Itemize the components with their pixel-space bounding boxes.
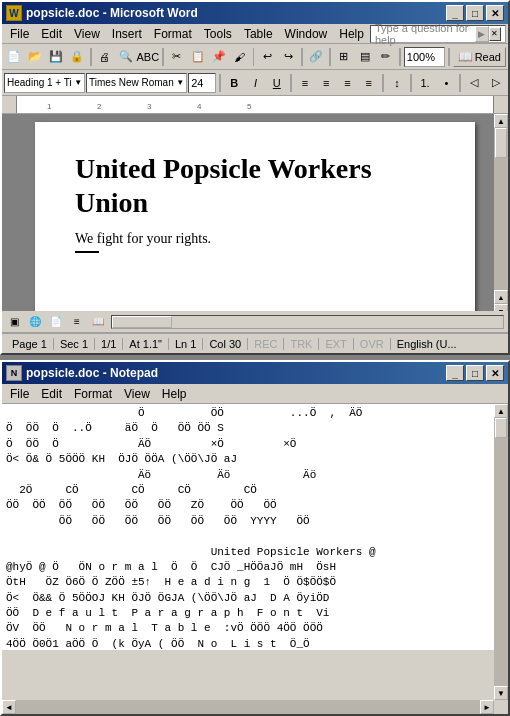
- menu-edit[interactable]: Edit: [35, 26, 68, 42]
- h-scroll-thumb[interactable]: [112, 316, 172, 328]
- open-button[interactable]: 📂: [25, 46, 45, 68]
- ruler-mark-2: 2: [97, 102, 101, 111]
- notepad-menu-view[interactable]: View: [118, 386, 156, 402]
- notepad-title-text: popsicle.doc - Notepad: [26, 366, 158, 380]
- menu-table[interactable]: Table: [238, 26, 279, 42]
- notepad-minimize-button[interactable]: _: [446, 365, 464, 381]
- align-right-button[interactable]: ≡: [337, 72, 357, 94]
- help-search-button[interactable]: ▶: [475, 26, 489, 42]
- help-search-box[interactable]: Type a question for help ▶ ✕: [370, 25, 506, 43]
- menu-window[interactable]: Window: [279, 26, 334, 42]
- italic-button[interactable]: I: [245, 72, 265, 94]
- notepad-text-area[interactable]: Ö ÖÖ ...Ö , ÄÖ Ö ÖÖ Ö ..Ö äÖ Ö ÖÖ ÖÖ S Ö…: [2, 404, 508, 650]
- menu-tools[interactable]: Tools: [198, 26, 238, 42]
- status-ln: Ln 1: [169, 338, 203, 350]
- h-scroll-track[interactable]: [111, 315, 504, 329]
- fmt-sep-3: [382, 74, 384, 92]
- indent-decrease-button[interactable]: ◁: [464, 72, 484, 94]
- cut-button[interactable]: ✂: [167, 46, 187, 68]
- view-read-button[interactable]: 📖: [88, 313, 108, 331]
- scroll-up-button[interactable]: ▲: [494, 114, 508, 128]
- spell-button[interactable]: ABC: [137, 46, 159, 68]
- drawing-button[interactable]: ✏: [376, 46, 396, 68]
- notepad-maximize-button[interactable]: □: [466, 365, 484, 381]
- notepad-scroll-down-button[interactable]: ▼: [494, 686, 508, 700]
- toolbar-sep-4: [301, 48, 303, 66]
- notepad-menu-edit[interactable]: Edit: [35, 386, 68, 402]
- menu-insert[interactable]: Insert: [106, 26, 148, 42]
- notepad-menu-format[interactable]: Format: [68, 386, 118, 402]
- bullets-button[interactable]: •: [436, 72, 456, 94]
- notepad-h-track: [16, 700, 480, 714]
- menu-help[interactable]: Help: [333, 26, 370, 42]
- format-toolbar: Heading 1 + Ti ▼ Times New Roman ▼ 24 B …: [2, 70, 508, 96]
- notepad-scroll-track: [494, 418, 508, 686]
- underline-button[interactable]: U: [267, 72, 287, 94]
- notepad-scroll-right-button[interactable]: ►: [480, 700, 494, 714]
- notepad-title-buttons: _ □ ✕: [446, 365, 504, 381]
- menu-file[interactable]: File: [4, 26, 35, 42]
- justify-button[interactable]: ≡: [359, 72, 379, 94]
- font-value: Times New Roman: [89, 77, 174, 88]
- permission-button[interactable]: 🔒: [67, 46, 87, 68]
- format-painter-button[interactable]: 🖌: [230, 46, 250, 68]
- print-button[interactable]: 🖨: [95, 46, 115, 68]
- word-title-left: W popsicle.doc - Microsoft Word: [6, 5, 198, 21]
- font-dropdown-icon[interactable]: ▼: [176, 78, 184, 87]
- document-page[interactable]: United Popsicle Workers Union We fight f…: [35, 122, 475, 332]
- style-dropdown-icon[interactable]: ▼: [74, 78, 82, 87]
- redo-button[interactable]: ↪: [278, 46, 298, 68]
- toolbar-sep-3: [253, 48, 255, 66]
- notepad-scroll-thumb[interactable]: [495, 418, 507, 438]
- notepad-menu-bar: File Edit Format View Help: [2, 384, 508, 404]
- hyperlink-button[interactable]: 🔗: [306, 46, 326, 68]
- word-window: W popsicle.doc - Microsoft Word _ □ ✕ Fi…: [0, 0, 510, 355]
- table-button[interactable]: ⊞: [334, 46, 354, 68]
- word-v-scrollbar: ▲ ▲ ▼ ▼: [494, 114, 508, 332]
- scroll-track: [494, 128, 508, 290]
- numbering-button[interactable]: 1.: [415, 72, 435, 94]
- read-label: Read: [475, 51, 501, 63]
- view-print-button[interactable]: 📄: [46, 313, 66, 331]
- scroll-arrow-up2[interactable]: ▲: [494, 290, 508, 304]
- notepad-scroll-up-button[interactable]: ▲: [494, 404, 508, 418]
- bold-button[interactable]: B: [224, 72, 244, 94]
- word-maximize-button[interactable]: □: [466, 5, 484, 21]
- word-close-button[interactable]: ✕: [486, 5, 504, 21]
- ruler-mark-1: 1: [47, 102, 51, 111]
- paste-button[interactable]: 📌: [209, 46, 229, 68]
- preview-button[interactable]: 🔍: [116, 46, 136, 68]
- indent-increase-button[interactable]: ▷: [486, 72, 506, 94]
- view-normal-button[interactable]: ▣: [4, 313, 24, 331]
- notepad-menu-file[interactable]: File: [4, 386, 35, 402]
- align-left-button[interactable]: ≡: [295, 72, 315, 94]
- word-app-icon: W: [6, 5, 22, 21]
- copy-button[interactable]: 📋: [188, 46, 208, 68]
- font-box[interactable]: Times New Roman ▼: [86, 73, 187, 93]
- notepad-close-button[interactable]: ✕: [486, 365, 504, 381]
- zoom-value: 100%: [407, 51, 435, 63]
- menu-view[interactable]: View: [68, 26, 106, 42]
- notepad-menu-help[interactable]: Help: [156, 386, 193, 402]
- view-web-button[interactable]: 🌐: [25, 313, 45, 331]
- view-outline-button[interactable]: ≡: [67, 313, 87, 331]
- read-book-icon: 📖: [458, 50, 473, 64]
- align-center-button[interactable]: ≡: [316, 72, 336, 94]
- undo-button[interactable]: ↩: [257, 46, 277, 68]
- line-spacing-button[interactable]: ↕: [387, 72, 407, 94]
- columns-button[interactable]: ▤: [355, 46, 375, 68]
- status-at: At 1.1": [123, 338, 169, 350]
- size-box[interactable]: 24: [188, 73, 216, 93]
- word-minimize-button[interactable]: _: [446, 5, 464, 21]
- style-box[interactable]: Heading 1 + Ti ▼: [4, 73, 85, 93]
- read-button[interactable]: 📖 Read: [453, 47, 506, 67]
- notepad-scroll-left-button[interactable]: ◄: [2, 700, 16, 714]
- help-close-icon[interactable]: ✕: [489, 27, 501, 41]
- zoom-box[interactable]: 100%: [404, 47, 445, 67]
- fmt-sep-5: [459, 74, 461, 92]
- save-button[interactable]: 💾: [46, 46, 66, 68]
- scroll-thumb[interactable]: [495, 128, 507, 158]
- status-sec: Sec 1: [54, 338, 95, 350]
- menu-format[interactable]: Format: [148, 26, 198, 42]
- new-button[interactable]: 📄: [4, 46, 24, 68]
